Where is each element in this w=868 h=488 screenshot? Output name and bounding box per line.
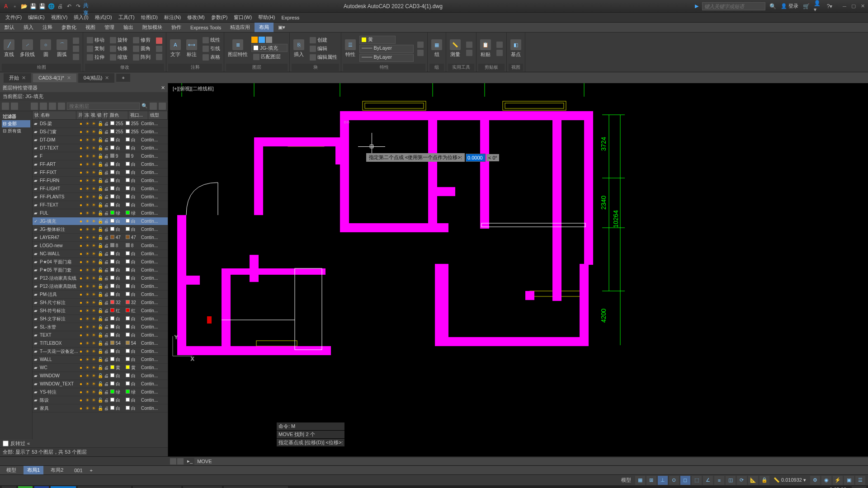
menu-item[interactable]: 绘图(D): [138, 13, 160, 22]
open-icon[interactable]: 📂: [20, 2, 28, 10]
layer-row[interactable]: ▰P★05 平面门套●☀☀🔓🖨 白 白Contin...: [33, 266, 168, 274]
trim-button[interactable]: 修剪: [131, 36, 152, 44]
app-icon[interactable]: A: [2, 2, 10, 10]
ribbon-tab[interactable]: 注释: [38, 23, 57, 32]
grid-toggle[interactable]: ▦: [635, 476, 645, 485]
layer-row[interactable]: ▰FF-PLANTS●☀☀🔓🖨 白 白Contin...: [33, 193, 168, 201]
linetype-dropdown[interactable]: ─── ByLayer: [359, 45, 414, 53]
workspace-toggle[interactable]: ⚙: [810, 476, 820, 485]
ribbon-tab[interactable]: Express Tools: [186, 23, 226, 32]
ribbon-tab[interactable]: 视图: [81, 23, 100, 32]
snap-toggle[interactable]: ⊞: [646, 476, 656, 485]
layout-tab[interactable]: 布局2: [47, 466, 67, 474]
close-icon[interactable]: ✕: [67, 75, 71, 81]
layer-row[interactable]: ▰TEXT●☀☀🔓🖨 白 白Contin...: [33, 331, 168, 339]
layer-row[interactable]: ▰FF-FIXT●☀☀🔓🖨 白 白Contin...: [33, 169, 168, 177]
offset-button[interactable]: [154, 53, 164, 61]
layer-row[interactable]: ▰DT-TEXT●☀☀🔓🖨 白 白Contin...: [33, 144, 168, 152]
ortho-toggle[interactable]: ⊥: [658, 476, 668, 485]
layer-row[interactable]: ▰LAYER47●☀☀🔓🖨 47 47Contin...: [33, 234, 168, 242]
circle-button[interactable]: ○圆: [38, 38, 53, 59]
hatch-button[interactable]: [71, 45, 81, 52]
account-icon[interactable]: 👤▾: [814, 2, 822, 10]
layer-row[interactable]: ▰家具●☀☀🔓🖨 白 白Contin...: [33, 404, 168, 413]
layer-row[interactable]: ▰JG-整体标注●☀☀🔓🖨 白 白Contin...: [33, 225, 168, 234]
leader-button[interactable]: 引线: [201, 45, 222, 52]
osnap-toggle[interactable]: ◻: [680, 476, 690, 485]
linear-dim-button[interactable]: 线性: [201, 36, 222, 44]
layer-row[interactable]: ✓JG-填充●☀☀🔓🖨 白 白Contin...: [33, 217, 168, 225]
dim-button[interactable]: ⟷标注: [184, 38, 199, 59]
new-layer-icon[interactable]: [2, 103, 9, 110]
layer-row[interactable]: ▰FF-TEXT●☀☀🔓🖨 白 白Contin...: [33, 201, 168, 209]
copy-button[interactable]: 复制: [85, 45, 106, 52]
custom-toggle[interactable]: ☰: [855, 476, 865, 485]
settings-icon[interactable]: [159, 103, 166, 110]
edit-block-button[interactable]: 编辑: [308, 45, 339, 52]
mirror-button[interactable]: 镜像: [108, 45, 129, 52]
help-search[interactable]: [702, 2, 765, 10]
menu-item[interactable]: 格式(O): [92, 13, 115, 22]
layer-props-button[interactable]: ≣图层特性: [226, 38, 250, 59]
filter-node[interactable]: ⊟ 全部: [2, 120, 30, 127]
menu-item[interactable]: 帮助(H): [255, 13, 278, 22]
isolate-toggle[interactable]: ◉: [821, 476, 831, 485]
menu-item[interactable]: 参数(P): [208, 13, 231, 22]
ribbon-tab[interactable]: 输出: [119, 23, 138, 32]
otrack-toggle[interactable]: ∠: [703, 476, 713, 485]
freeze-layer-icon[interactable]: [11, 103, 18, 110]
hardware-toggle[interactable]: ⚡: [833, 476, 843, 485]
filter-node[interactable]: ⊟ 所有值: [2, 127, 30, 135]
measure-button[interactable]: 📏测量: [448, 38, 462, 59]
transparency-toggle[interactable]: ◫: [726, 476, 736, 485]
viewport-label[interactable]: [+][俯视][二维线框]: [171, 85, 216, 93]
edge-icon[interactable]: 🌐: [34, 486, 49, 488]
close-icon[interactable]: ✕: [161, 85, 165, 91]
menu-item[interactable]: 修改(M): [184, 13, 208, 22]
set-current-icon[interactable]: [40, 103, 47, 110]
menu-item[interactable]: 窗口(W): [231, 13, 255, 22]
3dosnap-toggle[interactable]: ⬚: [692, 476, 702, 485]
insert-button[interactable]: ⎘插入: [292, 38, 306, 59]
maximize-button[interactable]: ▢: [850, 3, 857, 10]
start-button[interactable]: ⊞: [2, 486, 16, 488]
close-icon[interactable]: ✕: [105, 75, 109, 81]
layer-row[interactable]: ▰TITLEBOX●☀☀🔓🖨 54 54Contin...: [33, 339, 168, 347]
layout-tab[interactable]: 布局1: [24, 466, 43, 474]
layer-dropdown[interactable]: JG-填充: [251, 44, 288, 52]
match-props-button[interactable]: [415, 41, 425, 48]
ribbon-tab[interactable]: 精选应用: [226, 23, 255, 32]
layout-tab[interactable]: 001: [71, 467, 86, 474]
menu-item[interactable]: 编辑(E): [25, 13, 47, 22]
cleanscreen-toggle[interactable]: ▣: [844, 476, 854, 485]
layer-row[interactable]: ▰PM-洁具●☀☀🔓🖨 白 白Contin...: [33, 291, 168, 299]
new-tab-button[interactable]: +: [116, 74, 130, 82]
redo-icon[interactable]: ↷: [74, 2, 82, 10]
share-icon[interactable]: ✈ 共享: [83, 2, 91, 10]
layer-row[interactable]: ▰WALL●☀☀🔓🖨 白 白Contin...: [33, 356, 168, 364]
cmd-close-icon[interactable]: [170, 458, 176, 465]
layer-row[interactable]: ▰P12-活动家具隐线●☀☀🔓🖨 白 白Contin...: [33, 282, 168, 291]
layer-row[interactable]: ▰FF-FURN●☀☀🔓🖨 白 白Contin...: [33, 177, 168, 185]
layer-row[interactable]: ▰DS-门窗●☀☀🔓🖨 255 255Contin...: [33, 128, 168, 136]
annoscale-toggle[interactable]: 🔒: [760, 476, 769, 485]
ribbon-tab[interactable]: 默认: [0, 23, 19, 32]
layer-row[interactable]: ▰DT-DIM●☀☀🔓🖨 白 白Contin...: [33, 136, 168, 144]
layer-row[interactable]: ▰P★04 平面门扇●☀☀🔓🖨 白 白Contin...: [33, 258, 168, 266]
layer-row[interactable]: ▰SL-水管●☀☀🔓🖨 白 白Contin...: [33, 323, 168, 331]
layer-row[interactable]: ▰SH-符号标注●☀☀🔓🖨 红 红Contin...: [33, 307, 168, 315]
layer-row[interactable]: ▰WINDOW_TEXT●☀☀🔓🖨 白 白Contin...: [33, 380, 168, 388]
search-icon[interactable]: 🔍: [142, 103, 148, 109]
ribbon-tab[interactable]: 插入: [19, 23, 38, 32]
edit-attr-button[interactable]: 编辑属性: [308, 53, 339, 61]
layer-row[interactable]: ▰FUL●☀☀🔓🖨 绿 绿Contin...: [33, 209, 168, 217]
ribbon-tab[interactable]: 参数化: [57, 23, 81, 32]
menu-item[interactable]: Express: [278, 14, 302, 21]
scale-value[interactable]: 📏 0.010932 ▾: [771, 477, 809, 483]
menu-item[interactable]: 插入(I): [71, 13, 91, 22]
layer-row[interactable]: ▰WINDOW●☀☀🔓🖨 白 白Contin...: [33, 372, 168, 380]
layer-row[interactable]: ▰NC-WALL●☀☀🔓🖨 白 白Contin...: [33, 250, 168, 258]
menu-item[interactable]: 文件(F): [3, 13, 24, 22]
table-button[interactable]: 表格: [201, 53, 222, 61]
model-toggle[interactable]: 模型: [618, 477, 634, 483]
